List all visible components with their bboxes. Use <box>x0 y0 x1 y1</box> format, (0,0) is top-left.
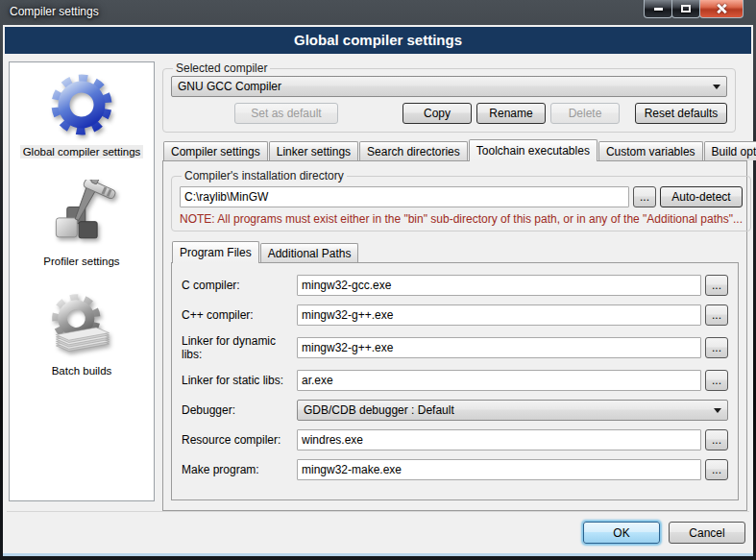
cpp-compiler-row: C++ compiler: ... <box>182 304 728 326</box>
minimize-icon <box>654 8 663 11</box>
resource-compiler-row: Resource compiler: ... <box>182 429 728 450</box>
installation-directory-group: Compiler's installation directory ... Au… <box>171 169 751 231</box>
window-bottom-glow <box>3 553 753 556</box>
cancel-button[interactable]: Cancel <box>669 522 745 544</box>
static-linker-browse-button[interactable]: ... <box>705 370 728 391</box>
note-text: NOTE: All programs must exist either in … <box>180 212 743 226</box>
maximize-button[interactable] <box>671 0 700 18</box>
dialog: Global compiler settings <box>3 25 753 553</box>
dynamic-linker-label: Linker for dynamic libs: <box>182 334 297 361</box>
static-linker-row: Linker for static libs: ... <box>182 370 728 391</box>
compiler-buttons-row: Set as default Copy Rename Delete Reset … <box>171 103 727 124</box>
chevron-down-icon <box>714 408 721 413</box>
gear-stack-icon <box>43 289 120 362</box>
cpp-compiler-browse-button[interactable]: ... <box>705 304 728 326</box>
set-as-default-button: Set as default <box>234 103 338 124</box>
debugger-select[interactable]: GDB/CDB debugger : Default <box>297 400 728 421</box>
compiler-select-value: GNU GCC Compiler <box>178 80 281 93</box>
window-title: Compiler settings <box>10 5 99 18</box>
cpp-compiler-label: C++ compiler: <box>182 308 297 322</box>
resource-compiler-input[interactable] <box>297 429 701 450</box>
c-compiler-input[interactable] <box>297 275 701 296</box>
delete-button: Delete <box>550 103 620 124</box>
sidebar-item-label: Batch builds <box>49 364 115 377</box>
sidebar-item-label: Profiler settings <box>40 255 122 268</box>
window: Compiler settings Global compiler settin… <box>0 0 756 560</box>
debugger-select-value: GDB/CDB debugger : Default <box>304 403 454 417</box>
dynamic-linker-browse-button[interactable]: ... <box>705 337 728 358</box>
make-program-row: Make program: ... <box>182 459 728 480</box>
dynamic-linker-input[interactable] <box>297 337 701 358</box>
installation-directory-row: ... Auto-detect <box>180 186 743 207</box>
sidebar-item-global-compiler-settings[interactable]: Global compiler settings <box>20 66 144 158</box>
rename-button[interactable]: Rename <box>476 103 546 124</box>
toolchain-executables-page: Compiler's installation directory ... Au… <box>162 160 747 511</box>
tab-linker-settings[interactable]: Linker settings <box>269 141 358 160</box>
make-program-input[interactable] <box>297 459 701 480</box>
titlebar: Compiler settings <box>0 0 756 25</box>
debugger-row: Debugger: GDB/CDB debugger : Default <box>182 400 728 421</box>
c-compiler-browse-button[interactable]: ... <box>705 275 728 296</box>
selected-compiler-legend: Selected compiler <box>173 61 270 75</box>
static-linker-input[interactable] <box>297 370 701 391</box>
dialog-body: Global compiler settings <box>3 54 753 511</box>
blue-gear-icon <box>42 66 121 143</box>
caliper-icon <box>44 180 119 253</box>
resource-compiler-label: Resource compiler: <box>182 433 297 447</box>
sidebar-item-label: Global compiler settings <box>20 145 144 158</box>
subtab-additional-paths[interactable]: Additional Paths <box>260 243 359 262</box>
reset-defaults-button[interactable]: Reset defaults <box>635 103 727 124</box>
tab-custom-variables[interactable]: Custom variables <box>598 141 703 160</box>
tab-build-options[interactable]: Build options <box>704 141 756 160</box>
sidebar-item-batch-builds[interactable]: Batch builds <box>43 289 120 377</box>
compiler-select[interactable]: GNU GCC Compiler <box>171 76 727 97</box>
page-title: Global compiler settings <box>5 27 751 54</box>
c-compiler-label: C compiler: <box>182 279 297 292</box>
program-files-panel: C compiler: ... C++ compiler: ... <box>171 262 739 500</box>
subtab-program-files[interactable]: Program Files <box>172 241 259 263</box>
c-compiler-row: C compiler: ... <box>182 275 728 296</box>
tab-toolchain-executables[interactable]: Toolchain executables <box>469 139 597 161</box>
maximize-icon <box>681 5 691 12</box>
tab-search-directories[interactable]: Search directories <box>359 141 468 160</box>
close-icon <box>716 3 727 14</box>
installation-directory-legend: Compiler's installation directory <box>182 169 347 183</box>
copy-button[interactable]: Copy <box>402 103 472 124</box>
make-program-label: Make program: <box>182 463 297 476</box>
auto-detect-button[interactable]: Auto-detect <box>660 186 743 207</box>
footer: OK Cancel <box>7 511 749 553</box>
installation-directory-input[interactable] <box>180 186 629 207</box>
static-linker-label: Linker for static libs: <box>182 374 297 387</box>
window-controls <box>645 0 744 18</box>
resource-compiler-browse-button[interactable]: ... <box>705 429 728 450</box>
ok-button[interactable]: OK <box>583 522 660 544</box>
dynamic-linker-row: Linker for dynamic libs: ... <box>182 334 728 361</box>
sidebar-item-profiler-settings[interactable]: Profiler settings <box>40 180 122 268</box>
cpp-compiler-input[interactable] <box>297 304 701 326</box>
tab-compiler-settings[interactable]: Compiler settings <box>163 141 268 160</box>
make-program-browse-button[interactable]: ... <box>705 459 728 480</box>
sidebar: Global compiler settings <box>9 61 155 501</box>
main-panel: Selected compiler GNU GCC Compiler Set a… <box>162 61 747 511</box>
debugger-label: Debugger: <box>182 403 297 417</box>
settings-tabstrip: Compiler settings Linker settings Search… <box>162 139 747 160</box>
minimize-button[interactable] <box>644 0 672 18</box>
browse-directory-button[interactable]: ... <box>633 186 656 207</box>
chevron-down-icon <box>713 85 720 89</box>
paths-subtabstrip: Program Files Additional Paths <box>171 241 739 262</box>
close-button[interactable] <box>699 0 744 18</box>
selected-compiler-group: Selected compiler GNU GCC Compiler Set a… <box>162 61 736 133</box>
